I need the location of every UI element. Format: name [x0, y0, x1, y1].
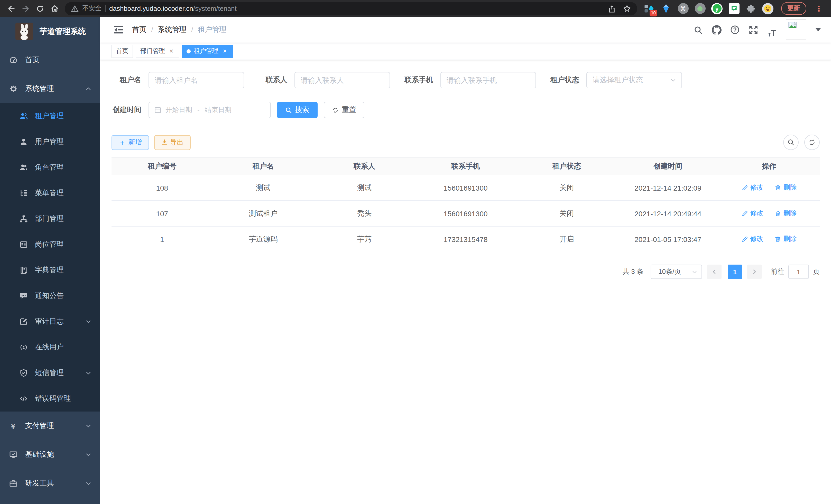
- tenant-name-input[interactable]: [148, 72, 244, 88]
- search-icon: [285, 107, 292, 113]
- sidebar-item-online-users[interactable]: 在线用户: [0, 334, 100, 360]
- sidebar-item-label: 通知公告: [35, 291, 64, 301]
- date-range-picker[interactable]: 开始日期 - 结束日期: [148, 102, 271, 118]
- edit-link[interactable]: 修改: [741, 183, 764, 192]
- sidebar-item-label: 角色管理: [35, 163, 64, 172]
- online-signal-icon: [19, 343, 28, 351]
- tab-home[interactable]: 首页: [112, 45, 133, 58]
- extension-command-icon[interactable]: ⌘: [677, 3, 689, 14]
- edit-link[interactable]: 修改: [741, 209, 764, 218]
- export-button[interactable]: 导出: [154, 135, 191, 150]
- sidebar-item-sms[interactable]: 短信管理: [0, 360, 100, 386]
- sidebar-item-audit-log[interactable]: 审计日志: [0, 309, 100, 334]
- tab-dept[interactable]: 部门管理 ✕: [136, 45, 179, 58]
- search-button[interactable]: 搜索: [277, 102, 318, 118]
- browser-back-button[interactable]: [4, 1, 19, 16]
- sidebar-item-system[interactable]: 系统管理: [0, 75, 100, 103]
- extension-y-icon[interactable]: y: [711, 3, 722, 14]
- address-bar[interactable]: 不安全 dashboard.yudao.iocoder.cn/system/te…: [65, 2, 637, 15]
- col-mobile: 联系手机: [415, 157, 516, 175]
- sidebar-item-error-code[interactable]: 错误码管理: [0, 386, 100, 412]
- bookmark-star-icon[interactable]: [623, 4, 631, 12]
- close-icon[interactable]: ✕: [222, 48, 228, 55]
- sidebar-item-payment[interactable]: ¥ 支付管理: [0, 412, 100, 440]
- breadcrumb-home[interactable]: 首页: [132, 25, 146, 34]
- security-label[interactable]: 不安全: [82, 4, 102, 13]
- sidebar-collapse-icon[interactable]: [114, 26, 123, 34]
- chevron-down-icon: [85, 452, 91, 458]
- share-icon[interactable]: [608, 4, 616, 12]
- toolbox-icon: [9, 479, 18, 487]
- refresh-icon: [332, 107, 339, 113]
- sidebar-item-dev-tools[interactable]: 研发工具: [0, 469, 100, 498]
- breadcrumb-current: 租户管理: [198, 25, 227, 34]
- monitor-icon: [9, 451, 18, 459]
- prev-page-button[interactable]: [707, 265, 721, 279]
- sidebar-item-menu[interactable]: 菜单管理: [0, 180, 100, 206]
- breadcrumb-section[interactable]: 系统管理: [158, 25, 187, 34]
- next-page-button[interactable]: [747, 265, 762, 279]
- hide-search-button[interactable]: [783, 135, 799, 150]
- reset-button[interactable]: 重置: [324, 102, 364, 118]
- browser-menu-icon[interactable]: ⋮: [813, 4, 825, 13]
- shield-check-icon: [19, 369, 28, 377]
- sidebar-item-post[interactable]: 岗位管理: [0, 232, 100, 258]
- page-number-button[interactable]: 1: [728, 265, 742, 279]
- extension-record-icon[interactable]: [694, 3, 706, 14]
- sidebar-item-role[interactable]: 角色管理: [0, 155, 100, 180]
- font-size-icon[interactable]: TT: [764, 22, 780, 37]
- contact-input[interactable]: [294, 72, 390, 88]
- delete-link[interactable]: 删除: [775, 235, 797, 244]
- extensions-puzzle-icon[interactable]: [745, 3, 756, 14]
- filter-status: 租户状态 请选择租户状态: [549, 72, 682, 88]
- id-badge-icon: [19, 240, 28, 249]
- user-avatar[interactable]: [786, 20, 806, 40]
- security-warning-icon[interactable]: [71, 5, 79, 12]
- delete-link[interactable]: 删除: [775, 183, 797, 192]
- goto-page-input[interactable]: [789, 265, 809, 279]
- add-button[interactable]: ＋ 新增: [112, 135, 149, 150]
- fullscreen-icon[interactable]: [746, 22, 761, 37]
- tab-tenant-active[interactable]: 租户管理 ✕: [182, 45, 233, 58]
- extension-chat-icon[interactable]: [728, 3, 740, 14]
- extension-gem-icon[interactable]: [660, 3, 672, 14]
- download-icon: [161, 139, 168, 145]
- tags-view: 首页 部门管理 ✕ 租户管理 ✕: [100, 42, 831, 60]
- close-icon[interactable]: ✕: [168, 48, 175, 55]
- page-size-select[interactable]: 10条/页: [651, 265, 702, 279]
- sidebar-item-dict[interactable]: 字典管理: [0, 258, 100, 283]
- user-icon: [19, 138, 28, 146]
- sidebar-item-home[interactable]: 首页: [0, 46, 100, 75]
- yen-icon: ¥: [9, 422, 18, 430]
- edit-icon: [741, 236, 748, 242]
- profile-avatar-icon[interactable]: [762, 3, 773, 14]
- sidebar-item-user[interactable]: 用户管理: [0, 129, 100, 155]
- date-start-placeholder: 开始日期: [166, 105, 192, 115]
- sidebar-item-label: 部门管理: [35, 214, 64, 224]
- sidebar-item-infra[interactable]: 基础设施: [0, 440, 100, 469]
- edit-link[interactable]: 修改: [741, 235, 764, 244]
- browser-home-button[interactable]: [47, 1, 62, 16]
- browser-reload-button[interactable]: [33, 1, 47, 16]
- extension-grid-icon[interactable]: 10: [643, 3, 655, 14]
- header-search-icon[interactable]: [690, 22, 706, 37]
- sidebar-item-dept[interactable]: 部门管理: [0, 206, 100, 232]
- delete-link[interactable]: 删除: [775, 209, 797, 218]
- browser-forward-button[interactable]: [19, 1, 33, 16]
- table-header-row: 租户编号 租户名 联系人 联系手机 租户状态 创建时间 操作: [112, 157, 820, 175]
- app-logo[interactable]: 芋道管理系统: [0, 17, 100, 46]
- sidebar-item-notice[interactable]: 通知公告: [0, 283, 100, 309]
- avatar-dropdown-caret[interactable]: [815, 28, 821, 31]
- cell-tenant-id: 1: [112, 226, 213, 252]
- sidebar-item-tenant[interactable]: 租户管理: [0, 103, 100, 129]
- help-icon[interactable]: [727, 22, 743, 37]
- filter-row-2: 创建时间 开始日期 - 结束日期 搜索: [112, 102, 820, 118]
- refresh-table-button[interactable]: [804, 135, 820, 150]
- logo-image: [16, 23, 33, 40]
- mobile-input[interactable]: [440, 72, 536, 88]
- github-icon[interactable]: [709, 22, 724, 37]
- browser-update-button[interactable]: 更新: [781, 2, 806, 15]
- url-text[interactable]: dashboard.yudao.iocoder.cn/system/tenant: [109, 5, 237, 12]
- status-select[interactable]: 请选择租户状态: [586, 72, 682, 88]
- cell-mobile: 17321315478: [415, 226, 516, 252]
